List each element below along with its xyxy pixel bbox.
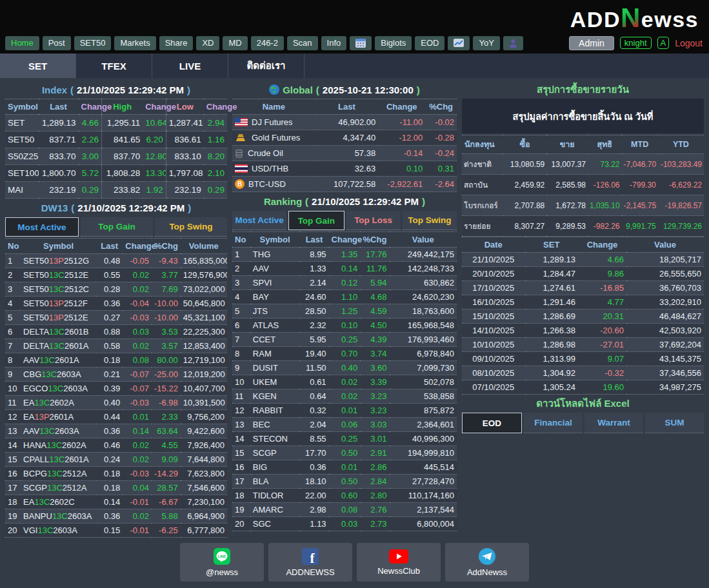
table-cell: 1,284.47 xyxy=(525,267,579,281)
table-cell: 0.46 xyxy=(96,438,123,453)
table-cell: 0.24 xyxy=(96,453,123,467)
symbol-suffix: 2603A xyxy=(53,525,77,535)
table-cell: 0.25 xyxy=(329,333,361,347)
nav-item-yoy[interactable]: YoY xyxy=(473,36,499,50)
value-cell: 249,442,175 xyxy=(390,248,457,262)
social-newssclub-button[interactable]: NewssClub xyxy=(357,543,441,582)
rank-cell: 12 xyxy=(232,404,250,418)
social-addnewss-button[interactable]: AddNewss xyxy=(445,543,529,582)
table-cell: 5.95 xyxy=(299,333,328,347)
table-cell: 0.48 xyxy=(96,254,123,268)
column-header: สุทธิ xyxy=(588,135,622,154)
symbol-cell: AAV13C2601A xyxy=(21,353,96,368)
table-cell: 46,902.00 xyxy=(315,115,378,130)
symbol-prefix: EA xyxy=(23,497,34,507)
volume-cell: 7,623,800 xyxy=(181,467,227,481)
social--newss-button[interactable]: LINE@newss xyxy=(180,543,264,582)
tab-tfex[interactable]: TFEX xyxy=(76,54,152,78)
volume-cell: 7,230,100 xyxy=(181,495,227,509)
btc-icon: B xyxy=(235,179,245,189)
ranking-tab-top-loss[interactable]: Top Loss xyxy=(346,211,401,230)
symbol-cell: ATLAS xyxy=(250,318,300,333)
nav-item-scan[interactable]: Scan xyxy=(287,36,318,50)
symbol-series: 13P xyxy=(49,313,64,322)
nav-item-eod[interactable]: EOD xyxy=(415,36,444,50)
global-datetime: 2025-10-21 12:30:00 xyxy=(323,84,414,95)
dw13-tab-top-gain[interactable]: Top Gain xyxy=(81,217,153,237)
tab-set[interactable]: SET xyxy=(0,54,76,78)
nav-item-share[interactable]: Share xyxy=(159,36,194,50)
instrument-name: USD/THB xyxy=(235,164,313,173)
volume-cell: 12,853,400 xyxy=(181,339,227,353)
nav-item-246-2[interactable]: 246-2 xyxy=(251,36,284,50)
table-row: 13BEC2.040.063.032,364,601 xyxy=(232,418,457,432)
table-cell: 0.40 xyxy=(96,396,123,410)
rank-cell: 3 xyxy=(232,276,250,290)
tab-live[interactable]: LIVE xyxy=(152,54,228,78)
username-pill[interactable]: knight xyxy=(620,37,652,49)
user-icon[interactable] xyxy=(503,36,523,50)
symbol-cell: S50Z25 xyxy=(5,148,39,165)
excel-financial-button[interactable]: Financial xyxy=(524,413,583,433)
table-cell: 3.03 xyxy=(360,418,389,432)
investor-cell: โบรกเกอร์ xyxy=(462,195,503,216)
table-row: 12EA13P2601A0.440.012.339,756,200 xyxy=(5,410,227,424)
symbol-series: 13C xyxy=(39,426,55,436)
investor-cell: รายย่อย xyxy=(462,216,503,237)
table-cell: 0.01 xyxy=(123,410,152,424)
volume-cell: 165,835,000 xyxy=(181,254,227,268)
table-cell: 1,286.98 xyxy=(525,338,579,352)
table-cell: -15.22 xyxy=(152,382,181,396)
table-row: SET50837.712.26841.656.20836.611.16 xyxy=(5,132,227,148)
table-cell: 0.58 xyxy=(96,339,123,353)
excel-sum-button[interactable]: SUM xyxy=(645,413,704,433)
symbol-prefix: DELTA xyxy=(23,327,49,337)
symbol-suffix: 2601A xyxy=(65,341,89,351)
symbol-suffix: 2603A xyxy=(63,384,88,393)
nav-item-md[interactable]: MD xyxy=(223,36,247,50)
column-header: Change xyxy=(329,232,361,248)
tab-ติดต่อเรา[interactable]: ติดต่อเรา xyxy=(228,54,305,78)
nav-item-set50[interactable]: SET50 xyxy=(74,36,112,50)
symbol-series: 13P xyxy=(49,256,64,266)
table-row: 2SET5013C2512E0.550.023.77129,576,900 xyxy=(5,268,227,282)
excel-eod-button[interactable]: EOD xyxy=(462,413,522,433)
symbol-cell: CBG13C2603A xyxy=(21,368,96,382)
table-row: SET1001,800.705.721,808.2813.301,797.082… xyxy=(5,165,227,182)
nav-item-xd[interactable]: XD xyxy=(196,36,219,50)
ranking-table: NoSymbolLastChange%ChgValue1THG8.951.351… xyxy=(232,231,457,531)
column-header: SET xyxy=(525,237,579,253)
table-cell: 0.50 xyxy=(329,446,361,460)
table-cell: 1,304.92 xyxy=(525,366,579,380)
logout-link[interactable]: Logout xyxy=(675,38,703,48)
chart-icon[interactable] xyxy=(448,36,470,50)
nav-item-markets[interactable]: Markets xyxy=(114,36,155,50)
date-cell: 21/10/2025 xyxy=(462,253,525,267)
table-cell: 8.20 xyxy=(204,148,227,165)
social-addnewss-button[interactable]: fADDNEWSS xyxy=(268,543,352,582)
dw13-tab-top-swing[interactable]: Top Swing xyxy=(155,217,227,237)
nav-item-post[interactable]: Post xyxy=(43,36,71,50)
table-cell: 3.77 xyxy=(152,268,181,282)
column-header: No xyxy=(5,239,21,254)
nav-item-biglots[interactable]: Biglots xyxy=(375,36,412,50)
table-cell: 57.38 xyxy=(315,146,378,161)
nav-item-home[interactable]: Home xyxy=(5,36,39,50)
right-column: สรุปการซื้อขายรายวัน สรุปมูลค่าการซื้อขา… xyxy=(462,81,704,538)
column-header: Symbol xyxy=(5,99,39,115)
user-badge[interactable]: A xyxy=(657,37,670,49)
table-cell: -25.00 xyxy=(152,368,181,382)
dw13-tab-most-active[interactable]: Most Active xyxy=(5,217,79,237)
admin-button[interactable]: Admin xyxy=(569,36,614,50)
ranking-tab-top-gain[interactable]: Top Gain xyxy=(288,211,344,230)
ranking-tab-top-swing[interactable]: Top Swing xyxy=(403,211,457,230)
table-cell: 8.55 xyxy=(299,432,328,446)
line-icon: LINE xyxy=(214,548,230,565)
table-cell: -0.14 xyxy=(378,146,425,161)
rank-cell: 10 xyxy=(232,375,250,389)
excel-warrant-button[interactable]: Warrant xyxy=(584,413,643,433)
table-cell: 1,313.99 xyxy=(525,352,579,366)
nav-item-info[interactable]: Info xyxy=(321,36,347,50)
calendar-icon[interactable] xyxy=(350,36,372,50)
ranking-tab-most-active[interactable]: Most Active xyxy=(232,211,286,230)
